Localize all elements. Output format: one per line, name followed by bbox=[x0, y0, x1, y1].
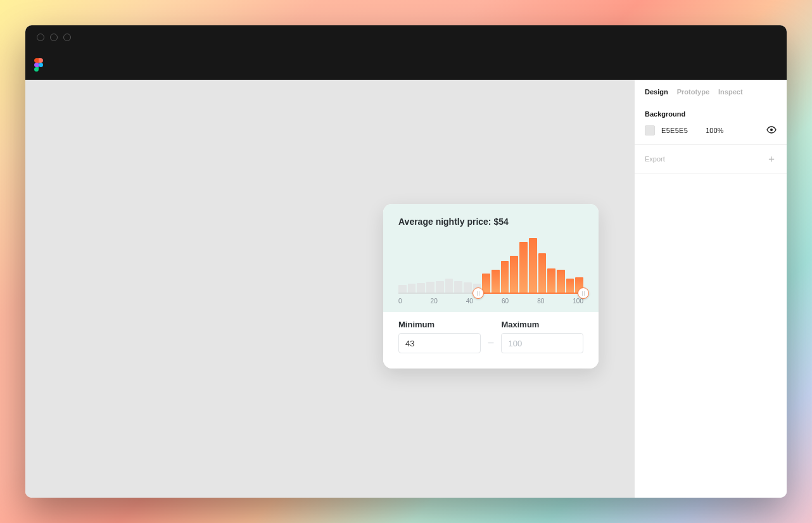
price-histogram: 020406080100 bbox=[398, 238, 583, 312]
histogram-bar bbox=[547, 268, 555, 293]
axis-tick-label: 40 bbox=[466, 298, 473, 305]
background-section-title: Background bbox=[645, 110, 777, 118]
window-zoom-icon[interactable] bbox=[63, 34, 71, 41]
design-canvas[interactable]: Average nightly price: $54 020406080100 bbox=[25, 80, 634, 498]
app-toolbar bbox=[25, 49, 787, 80]
histogram-bar bbox=[426, 282, 435, 293]
window-minimize-icon[interactable] bbox=[50, 34, 58, 41]
axis-tick-label: 20 bbox=[431, 298, 438, 305]
histogram-bar bbox=[482, 274, 490, 293]
axis-tick-label: 80 bbox=[537, 298, 544, 305]
window-close-icon[interactable] bbox=[37, 34, 44, 41]
visibility-toggle-icon[interactable] bbox=[766, 126, 777, 135]
maximum-input[interactable] bbox=[501, 333, 583, 353]
histogram-bar bbox=[436, 281, 444, 293]
range-separator: – bbox=[488, 337, 494, 353]
background-hex-value[interactable]: E5E5E5 bbox=[661, 127, 688, 134]
histogram-bar bbox=[464, 282, 472, 293]
app-window: Average nightly price: $54 020406080100 bbox=[25, 25, 787, 498]
histogram-bar bbox=[529, 238, 537, 293]
svg-point-0 bbox=[770, 129, 773, 131]
histogram-bar bbox=[398, 285, 407, 293]
add-export-icon[interactable]: ＋ bbox=[766, 154, 777, 164]
range-slider-track[interactable] bbox=[398, 293, 583, 294]
inspector-tab-prototype[interactable]: Prototype bbox=[677, 88, 709, 96]
inspector-panel: DesignPrototypeInspect Background E5E5E5… bbox=[634, 80, 787, 498]
histogram-bar bbox=[501, 261, 509, 293]
maximum-label: Maximum bbox=[501, 320, 583, 329]
histogram-bar bbox=[510, 256, 518, 293]
app-body: Average nightly price: $54 020406080100 bbox=[25, 80, 787, 498]
histogram-bar bbox=[538, 253, 547, 293]
histogram-bar bbox=[492, 270, 500, 293]
minimum-input[interactable] bbox=[398, 333, 481, 353]
histogram-bar bbox=[557, 270, 565, 293]
inspector-tab-inspect[interactable]: Inspect bbox=[718, 88, 743, 96]
background-color-swatch[interactable] bbox=[645, 125, 655, 135]
export-section[interactable]: Export ＋ bbox=[635, 145, 787, 173]
background-section: Background E5E5E5 100% bbox=[635, 104, 787, 145]
histogram-bar bbox=[566, 279, 574, 293]
histogram-bar bbox=[417, 283, 425, 293]
axis-ticks: 020406080100 bbox=[398, 294, 583, 312]
range-slider-max-handle[interactable] bbox=[578, 287, 589, 299]
axis-tick-label: 60 bbox=[502, 298, 509, 305]
card-title: Average nightly price: $54 bbox=[398, 217, 583, 227]
histogram-bar bbox=[454, 281, 462, 293]
window-titlebar bbox=[25, 25, 787, 49]
range-slider-min-handle[interactable] bbox=[473, 287, 484, 299]
figma-logo-icon[interactable] bbox=[34, 58, 43, 71]
histogram-bar bbox=[408, 284, 416, 293]
price-range-card: Average nightly price: $54 020406080100 bbox=[383, 204, 599, 369]
minimum-label: Minimum bbox=[398, 320, 481, 329]
axis-tick-label: 0 bbox=[398, 298, 402, 305]
inspector-tabs: DesignPrototypeInspect bbox=[635, 80, 787, 104]
background-opacity-value[interactable]: 100% bbox=[706, 127, 723, 134]
inspector-tab-design[interactable]: Design bbox=[645, 88, 668, 96]
export-label: Export bbox=[645, 155, 665, 163]
histogram-bar bbox=[519, 242, 528, 293]
histogram-bar bbox=[445, 279, 454, 293]
